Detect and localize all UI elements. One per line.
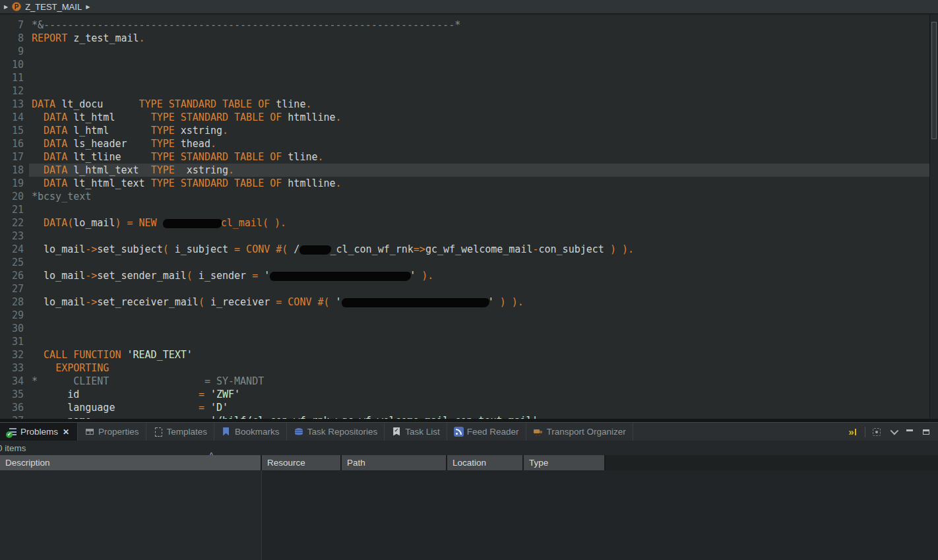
collapse-arrow-icon[interactable]: ▶	[4, 4, 8, 10]
code-token: ) ).	[500, 296, 524, 308]
code-line[interactable]: 24 lo_mail->set_subject( i_subject = CON…	[0, 243, 929, 256]
code-line[interactable]: 13DATA lt_docu TYPE STANDARD TABLE OF tl…	[0, 98, 929, 111]
code-line[interactable]: 19 DATA lt_html_text TYPE STANDARD TABLE…	[0, 177, 929, 190]
code-token: set_subject	[97, 243, 162, 255]
tab-feed-reader[interactable]: Feed Reader	[447, 423, 526, 441]
vertical-scrollbar[interactable]	[929, 15, 938, 422]
code-line[interactable]: 8REPORT z_test_mail.	[0, 32, 929, 45]
code-line[interactable]: 7*&-------------------------------------…	[0, 18, 929, 32]
column-header-type[interactable]: Type	[524, 455, 606, 470]
code-token: (	[163, 243, 169, 255]
code-text: DATA l_html_text TYPE xstring.	[29, 164, 929, 177]
code-line[interactable]: 18 DATA l_html_text TYPE xstring.	[0, 164, 929, 177]
line-number: 8	[0, 32, 29, 45]
code-line[interactable]: 11	[0, 71, 929, 84]
properties-icon	[84, 427, 95, 437]
code-token: lt_docu	[55, 98, 139, 110]
tab-templates[interactable]: Templates	[146, 423, 215, 441]
code-line[interactable]: 23	[0, 230, 929, 243]
code-line[interactable]: 35 id = 'ZWF'	[0, 388, 929, 401]
code-line[interactable]: 34* CLIENT = SY-MANDT	[0, 375, 929, 388]
code-token: htmlline	[282, 111, 335, 123]
code-text: DATA l_html TYPE xstring.	[29, 124, 929, 137]
code-line[interactable]: 16 DATA ls_header TYPE thead.	[0, 137, 929, 150]
tab-task-repositories[interactable]: Task Repositories	[287, 423, 385, 441]
code-text: CALL FUNCTION 'READ_TEXT'	[29, 348, 929, 361]
code-token: .	[318, 151, 324, 163]
column-header-description[interactable]: Description^	[0, 455, 262, 470]
line-number: 14	[0, 111, 29, 124]
code-line[interactable]: 25	[0, 256, 929, 269]
transport-organizer-icon	[533, 427, 544, 437]
code-line[interactable]: 32 CALL FUNCTION 'READ_TEXT'	[0, 348, 929, 361]
code-line[interactable]: 22 DATA(lo_mail) = NEW cl_mail( ).	[0, 216, 929, 230]
minimize-icon[interactable]	[904, 427, 915, 437]
code-token	[32, 177, 44, 189]
code-line[interactable]: 21	[0, 203, 929, 216]
code-line[interactable]: 9	[0, 45, 929, 58]
tab-properties[interactable]: Properties	[78, 423, 146, 441]
code-token: '	[336, 296, 342, 308]
line-number: 19	[0, 177, 29, 190]
code-text: DATA lt_tline TYPE STANDARD TABLE OF tli…	[29, 150, 929, 164]
code-line[interactable]: 15 DATA l_html TYPE xstring.	[0, 124, 929, 137]
line-number: 12	[0, 84, 29, 98]
code-editor[interactable]: 7*&-------------------------------------…	[0, 15, 929, 423]
breadcrumb-expand-arrow-icon[interactable]: ▶	[86, 4, 90, 10]
line-number: 32	[0, 348, 29, 361]
redaction	[299, 245, 330, 253]
view-menu-icon[interactable]	[888, 427, 898, 437]
code-line[interactable]: 26 lo_mail->set_sender_mail( i_sender = …	[0, 269, 929, 282]
problems-table-body	[0, 470, 938, 560]
tab-label: Properties	[98, 427, 139, 437]
focus-icon[interactable]	[871, 427, 882, 437]
close-icon[interactable]	[61, 427, 71, 437]
code-token	[204, 402, 210, 414]
code-line[interactable]: 14 DATA lt_html TYPE STANDARD TABLE OF h…	[0, 111, 929, 124]
code-line[interactable]: 12	[0, 84, 929, 98]
code-token: xstring	[175, 164, 228, 176]
column-header-location[interactable]: Location	[447, 455, 524, 470]
code-line[interactable]: 27	[0, 282, 929, 296]
code-token: EXPORTING	[55, 362, 109, 374]
code-line[interactable]: 10	[0, 58, 929, 71]
code-line[interactable]: 20*bcsy_text	[0, 190, 929, 203]
breadcrumb: ▶ P Z_TEST_MAIL ▶	[0, 0, 938, 15]
tab-bookmarks[interactable]: Bookmarks	[214, 423, 287, 441]
code-token: htmlline	[282, 177, 335, 189]
code-token: CALL FUNCTION	[44, 349, 121, 361]
code-line[interactable]: 17 DATA lt_tline TYPE STANDARD TABLE OF …	[0, 150, 929, 164]
line-number: 26	[0, 269, 29, 282]
code-line[interactable]: 29	[0, 309, 929, 322]
filter-icon[interactable]	[846, 427, 859, 437]
code-token: gc_wf_welcome_mail	[425, 243, 533, 255]
tab-problems[interactable]: Problems	[0, 423, 78, 441]
code-token: i_subject	[169, 243, 234, 255]
code-line[interactable]: 30	[0, 322, 929, 335]
code-token: '	[264, 270, 270, 282]
code-line[interactable]: 31	[0, 335, 929, 348]
breadcrumb-program-name[interactable]: Z_TEST_MAIL	[25, 2, 82, 12]
code-line[interactable]: 33 EXPORTING	[0, 361, 929, 375]
line-number: 30	[0, 322, 29, 335]
code-token: lt_html	[67, 111, 150, 123]
bookmarks-icon	[221, 427, 232, 437]
line-number: 16	[0, 137, 29, 150]
code-token: = CONV #(	[234, 243, 288, 255]
code-token: -	[532, 243, 538, 255]
code-token: .	[336, 177, 342, 189]
tab-task-list[interactable]: Task List	[385, 423, 447, 441]
line-number: 25	[0, 256, 29, 269]
code-token: language	[32, 402, 199, 414]
code-text	[29, 282, 929, 296]
column-label: Type	[529, 458, 548, 468]
tab-label: Problems	[20, 427, 58, 437]
column-label: Resource	[267, 458, 305, 468]
column-header-resource[interactable]: Resource	[262, 455, 342, 470]
code-line[interactable]: 28 lo_mail->set_receiver_mail( i_receive…	[0, 296, 929, 309]
code-line[interactable]: 36 language = 'D'	[0, 401, 929, 414]
tab-transport-organizer[interactable]: Transport Organizer	[526, 423, 633, 441]
scrollbar-thumb[interactable]	[931, 22, 937, 139]
column-header-path[interactable]: Path	[342, 455, 447, 470]
maximize-icon[interactable]	[921, 427, 931, 437]
